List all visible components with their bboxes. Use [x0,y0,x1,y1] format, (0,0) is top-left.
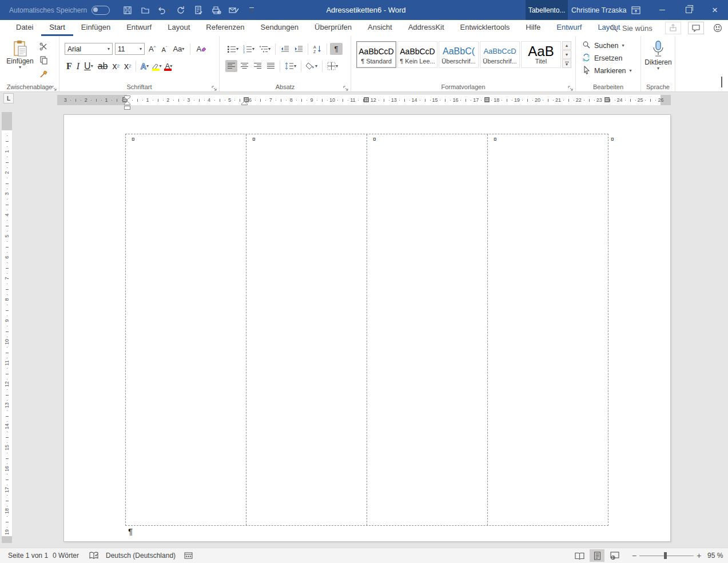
table-column-marker-icon[interactable] [604,97,610,102]
style-card-titel[interactable]: AaBTitel [521,41,561,68]
tab-entwurf[interactable]: Entwurf [118,20,160,36]
paste-dropdown-icon[interactable]: ▾ [19,65,21,70]
justify-button[interactable] [265,60,277,72]
styles-scroll-down-icon[interactable]: ▼ [562,50,571,59]
grow-font-button[interactable]: A^ [147,43,157,55]
tab-addresskit[interactable]: AddressKit [400,20,452,36]
strikethrough-button[interactable]: ab [96,60,110,72]
bold-button[interactable]: F [65,60,74,72]
dropdown-icon[interactable]: ▾ [622,43,624,48]
style-card-überschrif-[interactable]: AaBbC(Überschrif... [439,41,479,68]
read-mode-button[interactable] [572,549,587,562]
save-icon[interactable] [121,4,134,17]
numbered-list-button[interactable]: 123▾ [241,43,256,55]
font-dialog-launcher-icon[interactable] [212,83,217,89]
open-folder-icon[interactable] [139,4,152,17]
font-size-select[interactable]: 11▾ [115,43,145,55]
dictate-button[interactable]: Diktieren ▾ [643,40,674,71]
contextual-tab-group-header[interactable]: Tabellento... [526,0,568,20]
label-cell-2[interactable]: ¤ [246,134,367,525]
styles-gallery-more-icon[interactable]: ▼ [562,59,571,68]
zoom-slider-thumb[interactable] [664,552,667,559]
word-count[interactable]: 0 Wörter [53,548,79,563]
right-indent-icon[interactable] [241,101,248,105]
align-left-button[interactable] [225,60,237,72]
draft-check-icon[interactable] [192,4,205,17]
proofing-status[interactable] [89,548,98,563]
language-status[interactable]: Deutsch (Deutschland) [106,548,176,563]
markieren-button[interactable]: Markieren▾ [581,65,632,77]
bullet-list-button[interactable]: ▾ [225,43,240,55]
tab-entwicklertools[interactable]: Entwicklertools [452,20,518,36]
tab-entwurf-tabellentools[interactable]: Entwurf [548,20,590,36]
ersetzen-button[interactable]: bcErsetzen [581,52,632,65]
align-center-button[interactable] [238,60,250,72]
tab-sendungen[interactable]: Sendungen [253,20,307,36]
collapse-ribbon-button[interactable] [721,78,722,88]
dictate-dropdown-icon[interactable]: ▾ [657,66,659,71]
paste-button[interactable]: Einfügen ▾ [6,40,34,70]
style-card-überschrif-[interactable]: AaBbCcDÜberschrif... [480,41,520,68]
highlight-color-button[interactable]: ▾ [151,60,162,72]
email-review-icon[interactable] [228,4,240,17]
tab-datei[interactable]: Datei [8,20,41,36]
increase-indent-button[interactable] [292,43,305,55]
borders-button[interactable]: ▾ [325,60,340,72]
label-cell-3[interactable]: ¤ [367,134,488,525]
first-line-indent-icon[interactable] [124,95,130,100]
zoom-slider[interactable] [639,552,694,560]
restore-icon[interactable] [675,0,702,20]
change-case-button[interactable]: Aa▾ [171,43,186,55]
autosave-toggle[interactable] [92,6,110,15]
user-name[interactable]: Christine Trzaska [571,0,627,20]
undo-dropdown-icon[interactable]: ▾ [167,8,169,13]
align-right-button[interactable] [252,60,264,72]
table-column-marker-icon[interactable] [484,97,490,102]
decrease-indent-button[interactable] [279,43,291,55]
style-card--standard[interactable]: AaBbCcD¶ Standard [356,41,396,68]
line-spacing-button[interactable]: ▾ [283,60,298,72]
clear-formatting-button[interactable]: A [194,43,208,55]
label-cell-1[interactable]: ¤ [126,134,246,525]
table-column-marker-icon[interactable] [364,97,369,102]
feedback-button[interactable] [710,22,726,34]
comments-button[interactable] [688,22,704,34]
zoom-out-icon[interactable]: − [632,551,636,560]
share-button[interactable] [665,22,681,34]
page-indicator[interactable]: Seite 1 von 1 [8,548,48,563]
tab-überprüfen[interactable]: Überprüfen [307,20,360,36]
italic-button[interactable]: I [75,60,81,72]
autosave-control[interactable]: Automatisches Speichern [9,0,110,20]
cut-button[interactable] [38,41,50,53]
shading-button[interactable]: ▾ [304,60,319,72]
style-card--kein-lee-[interactable]: AaBbCcD¶ Kein Lee... [397,41,437,68]
dropdown-icon[interactable]: ▾ [630,69,632,73]
shrink-font-button[interactable]: Aˇ [160,43,169,55]
document-workspace[interactable]: 12345678910111213141516171819 ¤¤¤¤ ¤ ¶ [0,110,728,548]
underline-button[interactable]: U▾ [82,60,95,72]
label-cell-4[interactable]: ¤ [488,134,608,525]
sort-button[interactable]: AZ [311,43,324,55]
web-layout-button[interactable] [607,549,622,562]
minimize-icon[interactable] [649,0,675,20]
left-indent-icon[interactable] [124,106,130,110]
tab-start[interactable]: Start [41,20,73,36]
subscript-button[interactable]: x2 [110,60,121,72]
quick-print-icon[interactable] [210,4,222,17]
clipboard-dialog-launcher-icon[interactable] [51,83,57,89]
tab-einfügen[interactable]: Einfügen [73,20,118,36]
superscript-button[interactable]: x2 [122,60,133,72]
font-color-button[interactable]: A ▾ [163,60,174,72]
undo-icon[interactable]: ▾ [157,4,169,17]
copy-button[interactable] [38,54,50,66]
macro-status[interactable] [184,548,193,563]
tab-layout[interactable]: Layout [160,20,198,36]
h-ruler[interactable]: 3211234567891011121314151617181920212223… [57,95,671,105]
tab-referenzen[interactable]: Referenzen [198,20,252,36]
tab-stop-selector[interactable]: L [3,93,14,103]
tab-hilfe[interactable]: Hilfe [518,20,548,36]
page[interactable]: ¤¤¤¤ ¤ ¶ [63,114,671,542]
text-effects-button[interactable]: A▾ [139,60,150,72]
styles-dialog-launcher-icon[interactable] [568,83,574,89]
print-layout-button[interactable] [590,549,604,562]
